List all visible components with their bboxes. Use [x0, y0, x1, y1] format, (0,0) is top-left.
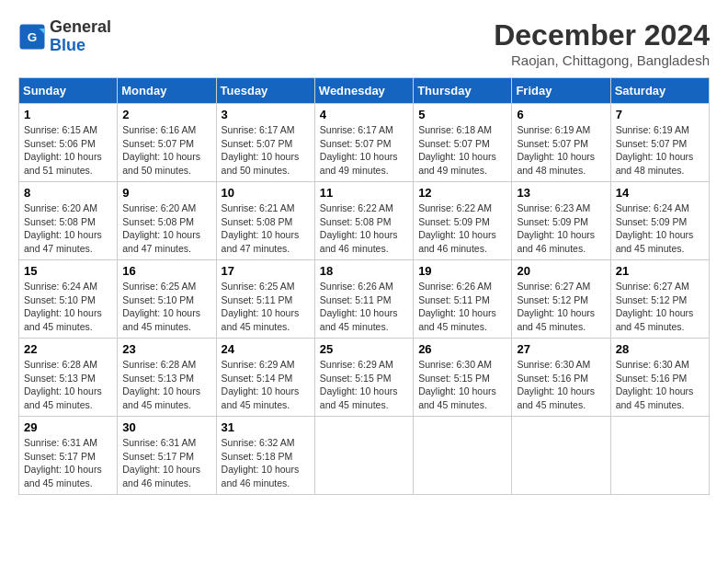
col-saturday: Saturday — [610, 78, 709, 104]
table-row: 6Sunrise: 6:19 AMSunset: 5:07 PMDaylight… — [512, 104, 610, 182]
day-info: Sunrise: 6:18 AMSunset: 5:07 PMDaylight:… — [418, 123, 506, 178]
calendar-week-row: 1Sunrise: 6:15 AMSunset: 5:06 PMDaylight… — [19, 104, 710, 182]
day-info: Sunrise: 6:31 AMSunset: 5:17 PMDaylight:… — [24, 436, 112, 490]
table-row: 21Sunrise: 6:27 AMSunset: 5:12 PMDayligh… — [610, 260, 709, 339]
table-row: 16Sunrise: 6:25 AMSunset: 5:10 PMDayligh… — [118, 260, 216, 339]
day-number: 13 — [517, 186, 605, 200]
day-info: Sunrise: 6:32 AMSunset: 5:18 PMDaylight:… — [222, 436, 310, 490]
day-number: 24 — [222, 342, 310, 356]
table-row: 15Sunrise: 6:24 AMSunset: 5:10 PMDayligh… — [19, 260, 118, 339]
day-number: 28 — [616, 342, 704, 356]
table-row: 4Sunrise: 6:17 AMSunset: 5:07 PMDaylight… — [314, 104, 413, 182]
svg-text:G: G — [28, 29, 38, 43]
table-row: 19Sunrise: 6:26 AMSunset: 5:11 PMDayligh… — [414, 260, 512, 339]
table-row: 11Sunrise: 6:22 AMSunset: 5:08 PMDayligh… — [314, 182, 413, 260]
table-row — [512, 417, 610, 495]
col-monday: Monday — [118, 78, 216, 104]
table-row: 28Sunrise: 6:30 AMSunset: 5:16 PMDayligh… — [610, 339, 709, 417]
day-number: 31 — [222, 420, 310, 434]
day-number: 11 — [320, 186, 408, 200]
day-info: Sunrise: 6:27 AMSunset: 5:12 PMDaylight:… — [517, 280, 605, 334]
day-number: 2 — [122, 108, 210, 121]
table-row: 26Sunrise: 6:30 AMSunset: 5:15 PMDayligh… — [414, 339, 512, 417]
day-number: 6 — [517, 108, 605, 121]
table-row: 1Sunrise: 6:15 AMSunset: 5:06 PMDaylight… — [19, 104, 118, 182]
day-number: 8 — [24, 186, 112, 200]
day-number: 7 — [616, 108, 704, 121]
day-info: Sunrise: 6:29 AMSunset: 5:14 PMDaylight:… — [222, 358, 310, 412]
day-number: 27 — [517, 342, 605, 356]
day-number: 10 — [222, 186, 310, 200]
day-info: Sunrise: 6:26 AMSunset: 5:11 PMDaylight:… — [320, 280, 408, 334]
day-info: Sunrise: 6:20 AMSunset: 5:08 PMDaylight:… — [122, 201, 210, 256]
day-number: 20 — [517, 264, 605, 278]
day-number: 19 — [418, 264, 506, 278]
table-row: 24Sunrise: 6:29 AMSunset: 5:14 PMDayligh… — [216, 339, 314, 417]
col-friday: Friday — [512, 78, 610, 104]
day-number: 30 — [122, 420, 210, 434]
day-number: 4 — [320, 108, 408, 121]
table-row: 31Sunrise: 6:32 AMSunset: 5:18 PMDayligh… — [216, 417, 314, 495]
day-info: Sunrise: 6:15 AMSunset: 5:06 PMDaylight:… — [24, 123, 112, 178]
day-info: Sunrise: 6:20 AMSunset: 5:08 PMDaylight:… — [24, 201, 112, 256]
calendar-table: Sunday Monday Tuesday Wednesday Thursday… — [18, 77, 710, 495]
day-info: Sunrise: 6:30 AMSunset: 5:16 PMDaylight:… — [616, 358, 704, 412]
header: G General Blue December 2024 Raojan, Chi… — [18, 18, 710, 68]
day-number: 3 — [222, 108, 310, 121]
day-info: Sunrise: 6:27 AMSunset: 5:12 PMDaylight:… — [616, 280, 704, 334]
table-row: 22Sunrise: 6:28 AMSunset: 5:13 PMDayligh… — [19, 339, 118, 417]
day-info: Sunrise: 6:26 AMSunset: 5:11 PMDaylight:… — [418, 280, 506, 334]
day-number: 17 — [222, 264, 310, 278]
day-number: 18 — [320, 264, 408, 278]
day-number: 25 — [320, 342, 408, 356]
day-info: Sunrise: 6:25 AMSunset: 5:11 PMDaylight:… — [222, 280, 310, 334]
table-row: 17Sunrise: 6:25 AMSunset: 5:11 PMDayligh… — [216, 260, 314, 339]
table-row: 9Sunrise: 6:20 AMSunset: 5:08 PMDaylight… — [118, 182, 216, 260]
day-info: Sunrise: 6:21 AMSunset: 5:08 PMDaylight:… — [222, 201, 310, 256]
table-row: 8Sunrise: 6:20 AMSunset: 5:08 PMDaylight… — [19, 182, 118, 260]
table-row: 20Sunrise: 6:27 AMSunset: 5:12 PMDayligh… — [512, 260, 610, 339]
table-row — [610, 417, 709, 495]
col-thursday: Thursday — [414, 78, 512, 104]
col-tuesday: Tuesday — [216, 78, 314, 104]
day-number: 22 — [24, 342, 112, 356]
day-info: Sunrise: 6:28 AMSunset: 5:13 PMDaylight:… — [24, 358, 112, 412]
calendar-week-row: 8Sunrise: 6:20 AMSunset: 5:08 PMDaylight… — [19, 182, 710, 260]
table-row: 23Sunrise: 6:28 AMSunset: 5:13 PMDayligh… — [118, 339, 216, 417]
table-row: 25Sunrise: 6:29 AMSunset: 5:15 PMDayligh… — [314, 339, 413, 417]
table-row: 5Sunrise: 6:18 AMSunset: 5:07 PMDaylight… — [414, 104, 512, 182]
location-subtitle: Raojan, Chittagong, Bangladesh — [494, 52, 710, 68]
table-row — [314, 417, 413, 495]
calendar-week-row: 22Sunrise: 6:28 AMSunset: 5:13 PMDayligh… — [19, 339, 710, 417]
col-wednesday: Wednesday — [314, 78, 413, 104]
day-number: 23 — [122, 342, 210, 356]
title-area: December 2024 Raojan, Chittagong, Bangla… — [494, 18, 710, 68]
day-info: Sunrise: 6:24 AMSunset: 5:09 PMDaylight:… — [616, 201, 704, 256]
day-number: 16 — [122, 264, 210, 278]
day-info: Sunrise: 6:24 AMSunset: 5:10 PMDaylight:… — [24, 280, 112, 334]
logo: G General Blue — [18, 18, 111, 55]
day-info: Sunrise: 6:25 AMSunset: 5:10 PMDaylight:… — [122, 280, 210, 334]
table-row: 12Sunrise: 6:22 AMSunset: 5:09 PMDayligh… — [414, 182, 512, 260]
day-number: 14 — [616, 186, 704, 200]
table-row: 10Sunrise: 6:21 AMSunset: 5:08 PMDayligh… — [216, 182, 314, 260]
day-info: Sunrise: 6:17 AMSunset: 5:07 PMDaylight:… — [222, 123, 310, 178]
table-row: 18Sunrise: 6:26 AMSunset: 5:11 PMDayligh… — [314, 260, 413, 339]
day-info: Sunrise: 6:22 AMSunset: 5:08 PMDaylight:… — [320, 201, 408, 256]
day-info: Sunrise: 6:28 AMSunset: 5:13 PMDaylight:… — [122, 358, 210, 412]
day-info: Sunrise: 6:30 AMSunset: 5:16 PMDaylight:… — [517, 358, 605, 412]
day-number: 15 — [24, 264, 112, 278]
day-number: 21 — [616, 264, 704, 278]
day-number: 12 — [418, 186, 506, 200]
table-row: 14Sunrise: 6:24 AMSunset: 5:09 PMDayligh… — [610, 182, 709, 260]
table-row — [414, 417, 512, 495]
logo-icon: G — [18, 23, 46, 51]
table-row: 2Sunrise: 6:16 AMSunset: 5:07 PMDaylight… — [118, 104, 216, 182]
day-number: 5 — [418, 108, 506, 121]
table-row: 3Sunrise: 6:17 AMSunset: 5:07 PMDaylight… — [216, 104, 314, 182]
day-info: Sunrise: 6:17 AMSunset: 5:07 PMDaylight:… — [320, 123, 408, 178]
day-info: Sunrise: 6:31 AMSunset: 5:17 PMDaylight:… — [122, 436, 210, 490]
day-number: 9 — [122, 186, 210, 200]
table-row: 29Sunrise: 6:31 AMSunset: 5:17 PMDayligh… — [19, 417, 118, 495]
day-info: Sunrise: 6:16 AMSunset: 5:07 PMDaylight:… — [122, 123, 210, 178]
